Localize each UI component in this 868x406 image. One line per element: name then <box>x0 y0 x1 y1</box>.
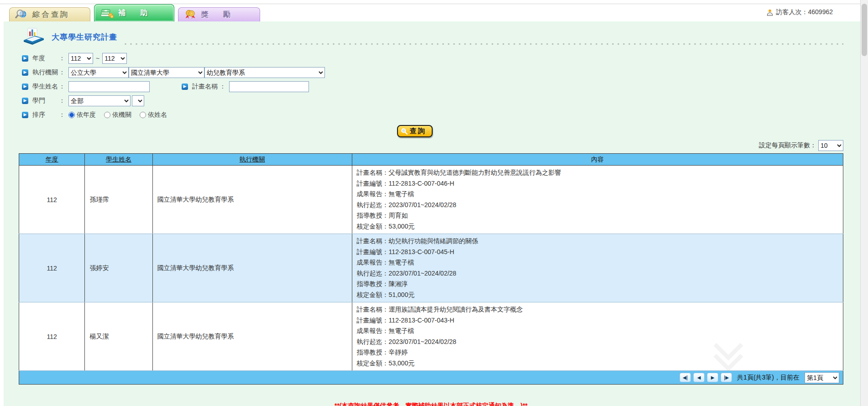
form-row-year: ▶ 年度 ： 112 ~ 112 <box>22 52 843 64</box>
form-row-discipline: ▶ 學門 ： 全部 <box>22 95 843 106</box>
cell-student: 張婷安 <box>85 234 152 302</box>
page-size-row: 設定每頁顯示筆數： 10 <box>19 140 843 151</box>
dotted-divider <box>124 43 843 45</box>
org-type-select[interactable]: 公立大學 <box>68 67 129 78</box>
last-page-button[interactable]: |▶ <box>721 373 732 382</box>
report-chart-book-icon <box>22 28 45 46</box>
project-name-input[interactable] <box>229 81 309 92</box>
school-select[interactable]: 國立清華大學 <box>129 67 204 78</box>
money-stack-icon <box>100 7 114 19</box>
disclaimer-text: **(本查詢結果僅供參考，實際補助結果以本部正式核定通知為準。)** <box>19 402 843 406</box>
student-name-label: 學生姓名 <box>32 83 59 91</box>
tab-comprehensive-search[interactable]: 綜 合 查 詢 <box>9 7 90 21</box>
cell-student: 孫瑾霈 <box>85 166 152 234</box>
blue-arrow-bullet-icon: ▶ <box>22 69 28 76</box>
cell-agency: 國立清華大學幼兒教育學系 <box>152 234 352 302</box>
cell-student: 楊又潔 <box>85 302 152 371</box>
tab-label: 補 助 <box>118 8 147 18</box>
table-row: 112 孫瑾霈 國立清華大學幼兒教育學系 計畫名稱：父母誠實教育與幼兒道德判斷能… <box>19 166 843 234</box>
magnifier-icon <box>401 128 408 135</box>
search-form: ▶ 年度 ： 112 ~ 112 ▶ 執行機關 ： 公立大學 國立清華大學 幼兒… <box>19 52 843 137</box>
sort-label: 排序 <box>32 111 59 119</box>
section-title-row: 大專學生研究計畫 <box>19 28 843 46</box>
column-header-agency[interactable]: 執行機關 <box>152 154 352 166</box>
cell-year: 112 <box>19 302 85 371</box>
cell-year: 112 <box>19 234 85 302</box>
form-row-sort: ▶ 排序 ： 依年度 依機關 依姓名 <box>22 109 843 120</box>
sort-radio-group: 依年度 依機關 依姓名 <box>68 111 167 119</box>
scrollbar-thumb[interactable] <box>862 4 867 56</box>
cell-agency: 國立清華大學幼兒教育學系 <box>152 302 352 371</box>
search-button-row: 查詢 <box>397 125 843 137</box>
visitor-count: 訪客人次：4609962 <box>767 8 833 16</box>
discipline-select[interactable]: 全部 <box>68 95 131 106</box>
tab-subsidy[interactable]: 補 助 <box>94 4 174 21</box>
top-bar: 綜 合 查 詢 補 助 <box>0 0 860 21</box>
next-page-button[interactable]: ▶ <box>707 373 718 382</box>
search-button[interactable]: 查詢 <box>397 125 433 137</box>
project-name-group: ▶ 計畫名稱 ： <box>182 81 309 92</box>
sort-radio-by-name[interactable]: 依姓名 <box>140 111 167 119</box>
blue-arrow-bullet-icon: ▶ <box>182 83 188 90</box>
column-header-year[interactable]: 年度 <box>19 154 85 166</box>
cell-agency: 國立清華大學幼兒教育學系 <box>152 166 352 234</box>
sub-discipline-select[interactable] <box>132 95 144 106</box>
column-header-content: 內容 <box>352 154 843 166</box>
page-size-label: 設定每頁顯示筆數： <box>759 141 816 150</box>
year-range-tilde: ~ <box>96 55 99 62</box>
year-to-select[interactable]: 112 <box>102 53 127 64</box>
radio-checked-icon <box>68 112 75 118</box>
table-row: 112 楊又潔 國立清華大學幼兒教育學系 計畫名稱：運用族語讀本提升幼兒閱讀行為… <box>19 302 843 371</box>
radio-unchecked-icon <box>140 112 146 118</box>
department-select[interactable]: 幼兒教育學系 <box>204 67 325 78</box>
project-name-label: 計畫名稱 <box>192 83 220 91</box>
page-title: 大專學生研究計畫 <box>52 32 117 42</box>
cell-details: 計畫名稱：運用族語讀本提升幼兒閱讀行為及書本文字概念 計畫編號：112-2813… <box>352 302 843 371</box>
blue-arrow-bullet-icon: ▶ <box>22 55 28 62</box>
year-label: 年度 <box>32 54 59 62</box>
agency-label: 執行機關 <box>32 68 59 77</box>
form-row-names: ▶ 學生姓名 ： ▶ 計畫名稱 ： <box>22 81 843 92</box>
cell-details: 計畫名稱：幼兒執行功能與情緒調節的關係 計畫編號：112-2813-C-007-… <box>352 234 843 302</box>
tab-label: 獎 勵 <box>201 10 230 20</box>
first-page-button[interactable]: ◀| <box>680 373 691 382</box>
blue-arrow-bullet-icon: ▶ <box>22 98 28 104</box>
student-name-input[interactable] <box>68 81 150 92</box>
table-row: 112 張婷安 國立清華大學幼兒教育學系 計畫名稱：幼兒執行功能與情緒調節的關係… <box>19 234 843 302</box>
medal-ribbon-icon <box>184 9 197 21</box>
tab-label: 綜 合 查 詢 <box>32 10 68 20</box>
cell-year: 112 <box>19 166 85 234</box>
results-table: 年度 學生姓名 執行機關 內容 112 孫瑾霈 國立清華大學幼兒教育學系 計畫名… <box>19 153 843 371</box>
page-size-select[interactable]: 10 <box>818 140 843 151</box>
year-from-select[interactable]: 112 <box>68 53 93 64</box>
radio-unchecked-icon <box>104 112 110 118</box>
visitor-count-label: 訪客人次：4609962 <box>776 8 833 16</box>
sort-radio-by-year[interactable]: 依年度 <box>68 111 96 119</box>
pagination-summary: 共1頁(共3筆)，目前在 <box>737 374 800 382</box>
tab-award[interactable]: 獎 勵 <box>178 7 260 21</box>
current-page-select[interactable]: 第1頁 <box>805 372 839 383</box>
main-tabs: 綜 合 查 詢 補 助 <box>9 4 260 21</box>
cell-details: 計畫名稱：父母誠實教育與幼兒道德判斷能力對幼兒善意說謊行為之影響 計畫編號：11… <box>352 166 843 234</box>
blue-arrow-bullet-icon: ▶ <box>22 83 28 90</box>
form-row-agency: ▶ 執行機關 ： 公立大學 國立清華大學 幼兒教育學系 <box>22 67 843 78</box>
content-panel: 大專學生研究計畫 ▶ 年度 ： 112 ~ 112 ▶ 執行機關 ： 公立大學 … <box>4 21 860 406</box>
previous-page-button[interactable]: ◀ <box>693 373 705 382</box>
blue-arrow-bullet-icon: ▶ <box>22 112 28 118</box>
vertical-scrollbar[interactable] <box>860 0 868 406</box>
sort-radio-by-agency[interactable]: 依機關 <box>104 111 131 119</box>
discipline-label: 學門 <box>32 97 59 105</box>
pagination-bar: ◀| ◀ ▶ |▶ 共1頁(共3筆)，目前在 第1頁 <box>19 371 843 385</box>
search-globe-icon <box>15 9 28 21</box>
column-header-student[interactable]: 學生姓名 <box>85 154 152 166</box>
table-header-row: 年度 學生姓名 執行機關 內容 <box>19 154 843 166</box>
person-icon <box>767 9 773 16</box>
